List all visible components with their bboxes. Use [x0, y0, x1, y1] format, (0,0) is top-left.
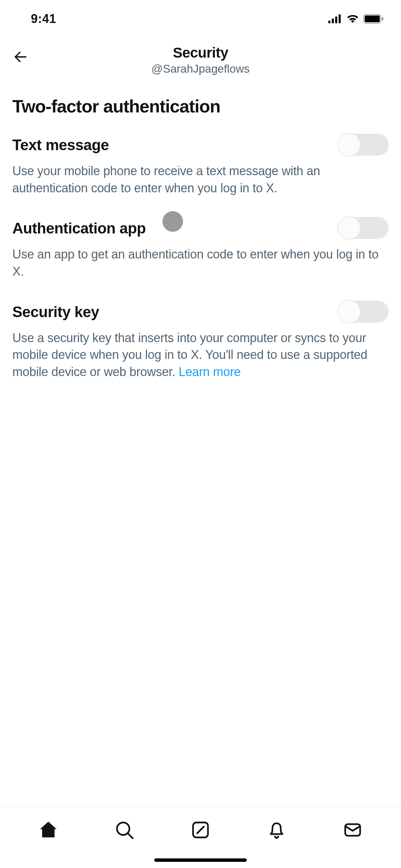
svg-rect-2	[335, 16, 337, 23]
status-icons	[328, 14, 384, 24]
learn-more-link[interactable]: Learn more	[179, 365, 241, 379]
status-bar: 9:41	[0, 0, 401, 38]
nav-home[interactable]	[36, 818, 61, 842]
toggle-authentication-app[interactable]	[337, 217, 389, 239]
option-description: Use a security key that inserts into you…	[12, 329, 389, 381]
option-security-key: Security key Use a security key that ins…	[12, 301, 389, 381]
toggle-text-message[interactable]	[337, 134, 389, 156]
compose-icon	[191, 820, 210, 840]
nav-compose[interactable]	[188, 818, 213, 842]
page-subtitle: @SarahJpageflows	[151, 62, 250, 75]
svg-rect-3	[339, 14, 341, 23]
option-description: Use your mobile phone to receive a text …	[12, 162, 389, 196]
header-titles: Security @SarahJpageflows	[151, 45, 250, 75]
toggle-knob	[337, 300, 361, 323]
svg-line-11	[197, 827, 204, 833]
option-head: Authentication app	[12, 217, 389, 239]
option-title: Text message	[12, 134, 109, 154]
option-title: Authentication app	[12, 217, 146, 237]
home-icon	[38, 820, 58, 840]
toggle-knob	[337, 133, 361, 156]
option-head: Text message	[12, 134, 389, 156]
toggle-security-key[interactable]	[337, 301, 389, 323]
wifi-icon	[346, 14, 359, 24]
section-title: Two-factor authentication	[12, 96, 389, 117]
bell-icon	[267, 820, 287, 840]
nav-search[interactable]	[112, 818, 137, 842]
option-title: Security key	[12, 301, 99, 321]
back-button[interactable]	[10, 47, 31, 67]
option-description: Use an app to get an authentication code…	[12, 246, 389, 280]
content: Two-factor authentication Text message U…	[0, 86, 401, 381]
status-time: 9:41	[31, 12, 56, 26]
svg-rect-0	[328, 21, 330, 23]
nav-notifications[interactable]	[264, 818, 289, 842]
page-title: Security	[151, 45, 250, 61]
cellular-icon	[328, 14, 342, 23]
svg-rect-5	[365, 15, 380, 22]
nav-messages[interactable]	[340, 818, 365, 842]
option-text-message: Text message Use your mobile phone to re…	[12, 134, 389, 196]
svg-rect-6	[382, 17, 383, 21]
page-header: Security @SarahJpageflows	[0, 38, 401, 86]
toggle-knob	[337, 216, 361, 240]
envelope-icon	[343, 820, 363, 840]
option-authentication-app: Authentication app Use an app to get an …	[12, 217, 389, 280]
home-indicator[interactable]	[154, 858, 247, 862]
search-icon	[114, 820, 134, 840]
battery-icon	[363, 14, 384, 24]
svg-line-9	[128, 833, 133, 838]
arrow-left-icon	[13, 49, 28, 65]
option-head: Security key	[12, 301, 389, 323]
svg-rect-1	[332, 19, 334, 23]
